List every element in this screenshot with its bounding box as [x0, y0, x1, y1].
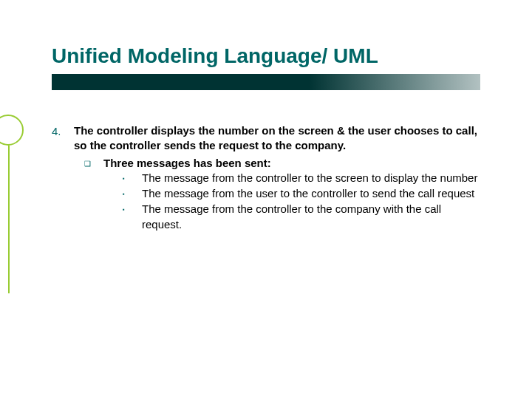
- sub-list: ❑ Three messages has been sent: ▪ The me…: [74, 156, 480, 233]
- small-square-bullet-icon: ▪: [123, 202, 142, 214]
- decoration-circle: [0, 115, 24, 146]
- list-body: The controller displays the number on th…: [74, 123, 480, 233]
- decoration: [0, 115, 24, 146]
- list-text: The controller displays the number on th…: [74, 123, 480, 154]
- sub-text: Three messages has been sent:: [103, 156, 480, 171]
- sub-sub-text: The message from the controller to the c…: [142, 202, 480, 232]
- sub-sub-item: ▪ The message from the controller to the…: [123, 202, 480, 232]
- small-square-bullet-icon: ▪: [123, 171, 142, 183]
- sub-sub-text: The message from the controller to the s…: [142, 171, 480, 185]
- title-underline: [52, 74, 480, 90]
- sub-sub-item: ▪ The message from the controller to the…: [123, 171, 480, 185]
- square-bullet-icon: ❑: [84, 156, 103, 169]
- sub-sub-text: The message from the user to the control…: [142, 186, 480, 201]
- small-square-bullet-icon: ▪: [123, 186, 142, 199]
- list-item-4: 4. The controller displays the number on…: [52, 123, 480, 233]
- sub-sub-item: ▪ The message from the user to the contr…: [123, 186, 480, 201]
- sub-body: Three messages has been sent: ▪ The mess…: [103, 156, 480, 233]
- decoration-line: [8, 146, 10, 293]
- sub-item: ❑ Three messages has been sent: ▪ The me…: [84, 156, 480, 233]
- list-number: 4.: [52, 123, 74, 139]
- content: 4. The controller displays the number on…: [52, 123, 480, 233]
- sub-sub-list: ▪ The message from the controller to the…: [103, 171, 480, 232]
- slide: Unified Modeling Language/ UML 4. The co…: [0, 0, 532, 399]
- slide-title: Unified Modeling Language/ UML: [52, 44, 480, 68]
